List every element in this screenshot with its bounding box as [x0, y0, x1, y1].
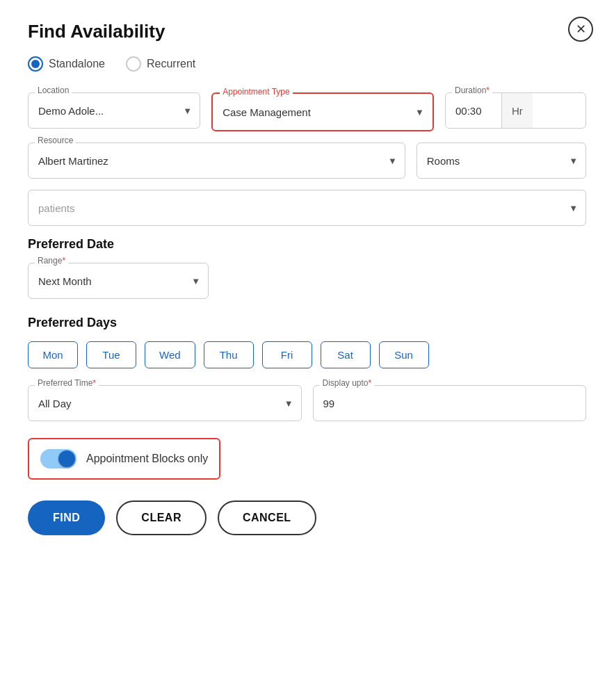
day-btn-thu[interactable]: Thu [204, 341, 254, 368]
range-select[interactable]: Next Month [28, 263, 209, 299]
day-btn-wed[interactable]: Wed [145, 341, 195, 368]
close-icon: ✕ [576, 22, 586, 37]
time-display-row: Preferred Time* All Day ▼ Display upto* [28, 385, 586, 421]
radio-group: Standalone Recurrent [28, 56, 586, 72]
recurrent-label: Recurrent [147, 58, 195, 70]
find-button[interactable]: FIND [28, 500, 105, 535]
standalone-radio[interactable]: Standalone [28, 56, 105, 72]
preferred-days-title: Preferred Days [28, 316, 586, 330]
appointment-blocks-toggle-row: Appointment Blocks only [28, 438, 220, 480]
display-upto-input[interactable] [313, 385, 587, 421]
clear-button[interactable]: CLEAR [116, 500, 207, 535]
rooms-select[interactable]: Rooms [417, 143, 586, 179]
cancel-button[interactable]: CANCEL [218, 500, 316, 535]
day-btn-tue[interactable]: Tue [86, 341, 136, 368]
page-title: Find Availability [28, 21, 586, 42]
resource-group: Resource Albert Martinez ▼ [28, 143, 405, 179]
standalone-radio-circle [28, 56, 43, 72]
range-group: Range* Next Month ▼ [28, 263, 209, 299]
appointment-blocks-toggle[interactable] [40, 449, 76, 469]
appointment-type-group: Appointment Type Case Management ▼ [211, 92, 434, 131]
day-btn-mon[interactable]: Mon [28, 341, 78, 368]
fields-row-2: Resource Albert Martinez ▼ Rooms ▼ [28, 143, 586, 179]
close-button[interactable]: ✕ [568, 17, 593, 42]
location-label: Location [35, 86, 72, 95]
range-label: Range* [35, 256, 68, 266]
duration-group: Duration* Hr [445, 92, 586, 129]
standalone-label: Standalone [49, 58, 105, 70]
patients-group: patients ▼ [28, 190, 586, 226]
duration-unit: Hr [501, 93, 533, 128]
appointment-blocks-label: Appointment Blocks only [86, 453, 208, 465]
fields-row-3: patients ▼ [28, 190, 586, 226]
appointment-type-label: Appointment Type [220, 87, 293, 97]
preferred-time-group: Preferred Time* All Day ▼ [28, 385, 302, 421]
day-btn-sat[interactable]: Sat [321, 341, 371, 368]
toggle-thumb [58, 450, 75, 467]
resource-select[interactable]: Albert Martinez [28, 143, 405, 179]
preferred-date-section: Preferred Date Range* Next Month ▼ [28, 237, 586, 299]
duration-input-group: Hr [445, 92, 586, 129]
duration-input[interactable] [446, 93, 501, 128]
duration-label: Duration* [452, 86, 492, 95]
rooms-group: Rooms ▼ [417, 143, 586, 179]
recurrent-radio-circle [126, 56, 141, 72]
day-btn-fri[interactable]: Fri [262, 341, 312, 368]
preferred-date-title: Preferred Date [28, 237, 586, 252]
patients-select[interactable]: patients [28, 190, 586, 226]
resource-label: Resource [35, 136, 76, 145]
recurrent-radio[interactable]: Recurrent [126, 56, 195, 72]
display-upto-label: Display upto* [320, 378, 375, 388]
location-select[interactable]: Demo Adole... [28, 92, 200, 129]
appointment-type-select[interactable]: Case Management [213, 94, 433, 130]
location-group: Location Demo Adole... ▼ [28, 92, 200, 129]
display-upto-group: Display upto* [313, 385, 587, 421]
preferred-time-select[interactable]: All Day [28, 385, 302, 421]
preferred-days-section: Preferred Days MonTueWedThuFriSatSun [28, 316, 586, 368]
fields-row-1: Location Demo Adole... ▼ Appointment Typ… [28, 92, 586, 131]
action-buttons-row: FIND CLEAR CANCEL [28, 500, 586, 535]
days-grid: MonTueWedThuFriSatSun [28, 341, 586, 368]
preferred-time-label: Preferred Time* [35, 378, 99, 388]
day-btn-sun[interactable]: Sun [379, 341, 429, 368]
